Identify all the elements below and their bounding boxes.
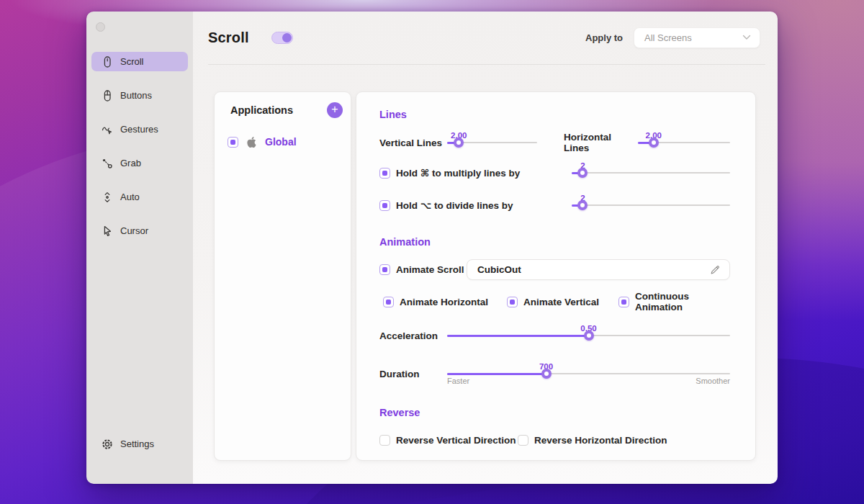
global-enabled-checkbox[interactable]	[228, 137, 238, 148]
sidebar-footer: Settings	[91, 434, 188, 454]
continuous-animation-label: Continuous Animation	[635, 291, 730, 312]
animation-checkbox-row: Animate Horizontal Animate Vertical Cont…	[379, 295, 730, 308]
divide-label: Hold ⌥ to divide lines by	[396, 199, 513, 211]
slider-thumb[interactable]	[649, 138, 659, 148]
duration-slider[interactable]: 700 Faster Smoother	[447, 368, 730, 379]
reverse-vertical-label: Reverse Vertical Direction	[396, 435, 516, 446]
sidebar-item-settings[interactable]: Settings	[91, 434, 188, 454]
slider-thumb[interactable]	[541, 369, 552, 379]
main-area: Scroll Apply to All Screens Applications	[193, 12, 778, 484]
slider-thumb[interactable]	[584, 330, 594, 341]
apple-logo-icon	[246, 137, 257, 148]
sidebar-item-scroll[interactable]: Scroll	[91, 52, 188, 71]
mouse-scroll-icon	[101, 55, 114, 68]
sidebar-item-label: Scroll	[120, 56, 144, 67]
duration-min-label: Faster	[447, 377, 469, 385]
application-list-item[interactable]: Global	[228, 136, 297, 148]
multiply-checkbox[interactable]	[379, 168, 390, 179]
cursor-arrow-icon	[101, 225, 114, 238]
animate-horizontal-checkbox[interactable]	[383, 297, 394, 307]
apply-to-select[interactable]: All Screens	[634, 27, 760, 48]
multiply-label: Hold ⌘ to multiply lines by	[396, 167, 520, 179]
slider-fill	[447, 335, 589, 337]
acceleration-slider[interactable]: 0.50	[447, 330, 730, 341]
slider-thumb[interactable]	[454, 138, 464, 148]
reverse-checkbox-row: Reverse Vertical Direction Reverse Horiz…	[379, 433, 730, 446]
multiply-row: Hold ⌘ to multiply lines by 2	[379, 164, 730, 181]
page-title: Scroll	[208, 30, 249, 46]
duration-max-label: Smoother	[696, 377, 730, 385]
easing-function-input[interactable]: CubicOut	[467, 259, 730, 280]
duration-row: Duration 700 Faster Smoother	[379, 365, 730, 382]
animate-vertical-option[interactable]: Animate Vertical	[507, 295, 599, 308]
lines-slider-row: Vertical Lines 2.00 Horizontal Lines	[379, 134, 730, 151]
sidebar-item-label: Settings	[120, 438, 154, 449]
slider-thumb[interactable]	[577, 200, 588, 210]
animate-horizontal-label: Animate Horizontal	[400, 297, 488, 307]
animate-vertical-checkbox[interactable]	[507, 297, 518, 307]
sidebar-nav: Scroll Buttons Gestures	[91, 52, 188, 255]
sidebar-item-cursor[interactable]: Cursor	[91, 221, 188, 240]
chevron-down-icon	[742, 35, 751, 40]
reverse-horizontal-option[interactable]: Reverse Horizontal Direction	[518, 433, 667, 446]
scroll-settings-panel: Lines Vertical Lines 2.00 Ho	[356, 91, 756, 461]
sidebar-item-grab[interactable]: Grab	[91, 153, 188, 173]
add-application-button[interactable]: +	[327, 102, 343, 118]
sidebar-item-label: Auto	[120, 192, 140, 202]
sidebar-item-label: Buttons	[120, 90, 152, 101]
divide-row: Hold ⌥ to divide lines by 2	[379, 197, 730, 214]
animate-scroll-label: Animate Scroll	[396, 264, 464, 275]
horizontal-lines-label: Horizontal Lines	[564, 132, 638, 153]
multiply-slider[interactable]: 2	[572, 167, 730, 179]
auto-scroll-icon	[101, 191, 114, 204]
slider-thumb[interactable]	[577, 168, 588, 178]
vertical-lines-label: Vertical Lines	[379, 138, 447, 148]
header-divider	[208, 64, 765, 65]
mouse-buttons-icon	[101, 89, 114, 102]
section-title-animation: Animation	[379, 236, 431, 248]
animate-vertical-label: Animate Vertical	[523, 297, 599, 307]
continuous-animation-checkbox[interactable]	[618, 297, 629, 307]
desktop-wallpaper: Scroll Buttons Gestures	[0, 0, 864, 504]
content-area: Applications + Global Lines	[193, 91, 778, 484]
reverse-horizontal-checkbox[interactable]	[518, 435, 528, 446]
sidebar-item-gestures[interactable]: Gestures	[91, 120, 188, 139]
toggle-knob	[282, 33, 292, 42]
sidebar-item-buttons[interactable]: Buttons	[91, 86, 188, 105]
animate-scroll-checkbox[interactable]	[379, 264, 390, 275]
reverse-vertical-option[interactable]: Reverse Vertical Direction	[379, 433, 516, 446]
animate-scroll-row: Animate Scroll CubicOut	[379, 259, 730, 280]
scroll-enabled-toggle[interactable]	[271, 32, 293, 44]
duration-label: Duration	[379, 369, 447, 379]
window-close-button[interactable]	[96, 22, 105, 32]
pencil-icon	[709, 264, 721, 276]
app-window: Scroll Buttons Gestures	[86, 12, 778, 484]
sidebar-item-label: Cursor	[120, 225, 148, 236]
applications-title: Applications	[230, 104, 293, 116]
applications-panel: Applications + Global	[214, 91, 351, 461]
drag-path-icon	[101, 157, 114, 170]
sidebar-item-auto[interactable]: Auto	[91, 187, 188, 207]
divide-checkbox[interactable]	[379, 200, 390, 211]
gesture-icon	[101, 123, 114, 136]
section-title-lines: Lines	[379, 109, 407, 120]
horizontal-lines-slider[interactable]: 2.00	[638, 137, 730, 148]
sidebar-item-label: Grab	[120, 158, 141, 168]
vertical-lines-slider[interactable]: 2.00	[447, 137, 537, 148]
sidebar-item-label: Gestures	[120, 124, 158, 135]
apply-to-label: Apply to	[585, 32, 623, 43]
slider-fill	[447, 373, 546, 375]
section-title-reverse: Reverse	[379, 407, 420, 418]
sidebar: Scroll Buttons Gestures	[86, 12, 193, 484]
animate-horizontal-option[interactable]: Animate Horizontal	[383, 295, 488, 308]
divide-slider[interactable]: 2	[572, 199, 730, 211]
gear-icon	[101, 438, 114, 451]
easing-function-value: CubicOut	[477, 264, 709, 275]
reverse-vertical-checkbox[interactable]	[379, 435, 390, 446]
apply-to-value: All Screens	[644, 32, 742, 43]
reverse-horizontal-label: Reverse Horizontal Direction	[534, 435, 667, 446]
continuous-animation-option[interactable]: Continuous Animation	[618, 295, 730, 308]
application-name: Global	[265, 136, 297, 148]
acceleration-label: Acceleration	[379, 330, 447, 341]
acceleration-row: Acceleration 0.50	[379, 327, 730, 344]
